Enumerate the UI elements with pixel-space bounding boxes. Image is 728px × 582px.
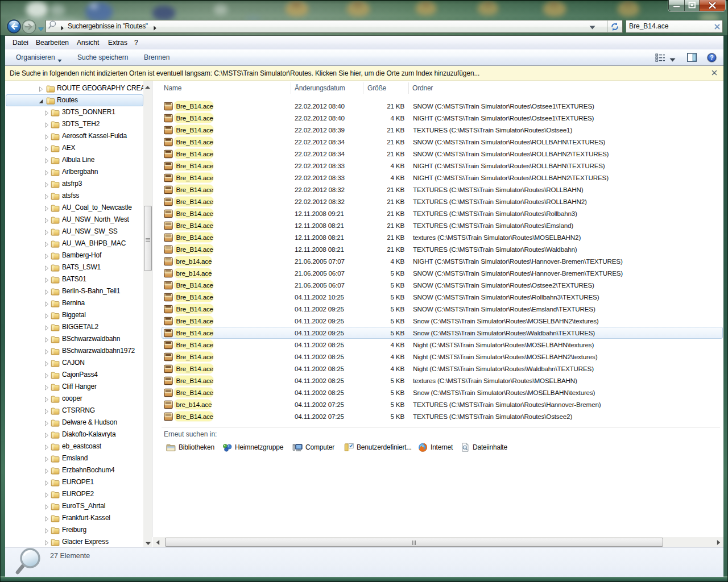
svg-text:?: ? [710, 54, 713, 61]
